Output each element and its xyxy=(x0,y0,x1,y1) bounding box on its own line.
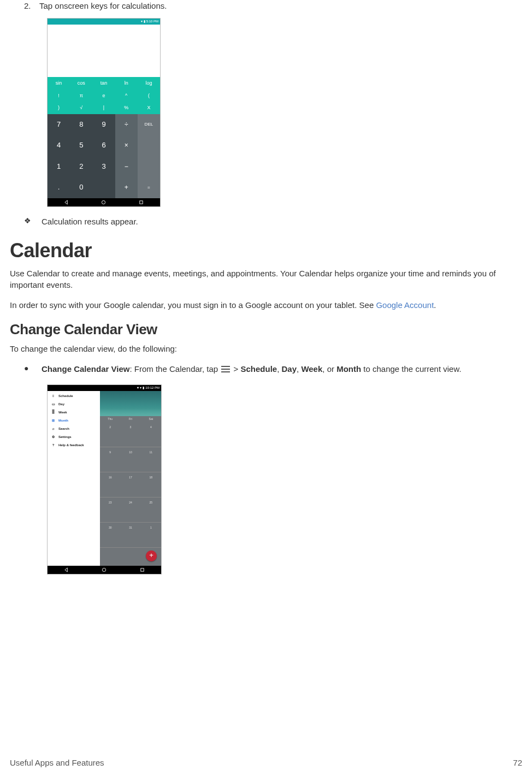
status-bar: ♥ ▾ ▮ 10:12 PM xyxy=(48,385,161,391)
svg-rect-3 xyxy=(141,568,144,571)
key-add: + xyxy=(115,177,138,198)
key-6: 6 xyxy=(92,135,115,156)
calendar-day-cell: 10 xyxy=(120,449,140,455)
calendar-day-cell: 1 xyxy=(141,525,161,531)
back-icon xyxy=(64,200,69,205)
calendar-day-cell: 17 xyxy=(120,475,140,481)
recent-icon xyxy=(139,200,144,205)
fn-pi: π xyxy=(70,90,92,102)
signal-icon: ▾ xyxy=(141,19,143,23)
help-icon: ? xyxy=(51,443,56,448)
calendar-day-cell: 16 xyxy=(100,475,120,481)
calendar-week-row: 161718 xyxy=(100,472,161,497)
svg-point-0 xyxy=(102,200,105,204)
key-blank xyxy=(92,177,115,198)
sidebar-item-search: ⌕Search xyxy=(48,425,100,433)
calendar-week-row: 91011 xyxy=(100,447,161,472)
footer-section: Useful Apps and Features xyxy=(10,757,104,768)
key-dot: . xyxy=(48,177,70,198)
status-time: 10:12 PM xyxy=(145,386,159,390)
fn-log: log xyxy=(138,77,160,90)
calendar-day-cell: 9 xyxy=(100,449,120,455)
day-headers: Thu Fri Sat xyxy=(100,416,161,422)
home-icon xyxy=(102,567,107,572)
battery-icon: ▮ xyxy=(143,386,144,390)
bullet-label: Change Calendar View xyxy=(42,364,129,374)
calendar-week-row: 232425 xyxy=(100,497,161,523)
back-icon xyxy=(64,567,69,572)
day-icon: ▭ xyxy=(51,402,56,407)
calendar-day-cell: 30 xyxy=(100,525,120,531)
calendar-day-cell: 4 xyxy=(141,424,161,430)
fn-lparen: ( xyxy=(138,90,160,102)
fn-sqrt: √ xyxy=(70,102,92,114)
bullet-body: Change Calendar View: From the Calendar,… xyxy=(42,363,462,375)
key-eq: = xyxy=(138,177,160,198)
step-number: 2. xyxy=(24,0,39,11)
sidebar-item-day: ▭Day xyxy=(48,400,100,408)
sidebar-item-label: Help & feedback xyxy=(58,443,84,447)
calendar-day-cell: 18 xyxy=(141,475,161,481)
bullet-icon: ● xyxy=(24,363,42,375)
home-icon xyxy=(101,200,106,205)
week-icon: ≣ xyxy=(51,410,56,415)
step-text: Tap onscreen keys for calculations. xyxy=(39,0,167,11)
key-sub: − xyxy=(115,156,138,177)
diamond-bullet-icon: ❖ xyxy=(24,216,42,227)
sidebar-item-help-feedback: ?Help & feedback xyxy=(48,441,100,449)
status-bar: ▾ ▮ 5:10 PM xyxy=(48,19,160,25)
svg-point-2 xyxy=(103,568,106,571)
month-icon: ⊞ xyxy=(51,418,56,423)
result-bullet: ❖ Calculation results appear. xyxy=(24,216,522,227)
signal-icon: ▾ xyxy=(140,386,141,390)
calendar-day-cell: 2 xyxy=(100,424,120,430)
android-navbar xyxy=(48,566,161,574)
svg-rect-1 xyxy=(140,201,143,204)
calendar-p2: In order to sync with your Google calend… xyxy=(10,299,522,311)
change-view-p: To change the calendar view, do the foll… xyxy=(10,343,522,354)
change-view-bullet: ● Change Calendar View: From the Calenda… xyxy=(24,363,522,375)
result-text: Calculation results appear. xyxy=(42,216,138,227)
heart-icon: ♥ xyxy=(137,386,139,390)
del-pad: DEL = xyxy=(138,114,160,198)
key-2: 2 xyxy=(70,156,92,177)
op-pad: ÷ × − + xyxy=(115,114,138,198)
key-div: ÷ xyxy=(115,114,138,135)
calendar-screenshot: ♥ ▾ ▮ 10:12 PM ≡Schedule▭Day≣Week⊞Month⌕… xyxy=(47,384,522,574)
status-time: 5:10 PM xyxy=(146,19,158,23)
key-0: 0 xyxy=(70,177,92,198)
calendar-day-cell: 23 xyxy=(100,500,120,506)
sidebar-item-settings: ⚙Settings xyxy=(48,433,100,441)
key-1: 1 xyxy=(48,156,70,177)
android-navbar xyxy=(48,198,160,206)
calendar-week-row: 234 xyxy=(100,422,161,447)
sidebar-item-label: Month xyxy=(58,418,68,423)
sidebar-item-label: Schedule xyxy=(58,394,73,398)
sidebar-item-schedule: ≡Schedule xyxy=(48,392,100,400)
step-2: 2. Tap onscreen keys for calculations. xyxy=(24,0,522,11)
calc-display xyxy=(48,25,160,77)
fn-fact: ! xyxy=(48,90,70,102)
calculator-screenshot: ▾ ▮ 5:10 PM sin cos tan ln log ! π e ^ xyxy=(47,18,522,207)
fn-cos: cos xyxy=(70,77,92,90)
key-del: DEL xyxy=(138,114,160,135)
battery-icon: ▮ xyxy=(144,19,145,23)
sidebar-item-label: Search xyxy=(58,426,69,431)
recent-icon xyxy=(140,567,145,572)
key-5: 5 xyxy=(70,135,92,156)
fn-pow: ^ xyxy=(115,90,138,102)
change-view-heading: Change Calendar View xyxy=(10,319,522,339)
sidebar-item-week: ≣Week xyxy=(48,408,100,417)
sidebar-item-label: Settings xyxy=(58,435,72,439)
fn-tan: tan xyxy=(92,77,115,90)
list-icon: ≡ xyxy=(51,394,56,399)
sidebar-item-month: ⊞Month xyxy=(48,417,100,425)
key-8: 8 xyxy=(70,114,92,135)
sidebar-item-label: Week xyxy=(58,410,67,414)
calendar-header-image xyxy=(100,391,161,416)
fn-pct: % xyxy=(115,102,138,114)
calendar-heading: Calendar xyxy=(10,237,522,264)
page-number: 72 xyxy=(513,757,522,768)
google-account-link[interactable]: Google Account xyxy=(376,300,434,310)
num-pad: 7 8 9 4 5 6 1 2 3 . 0 xyxy=(48,114,115,198)
